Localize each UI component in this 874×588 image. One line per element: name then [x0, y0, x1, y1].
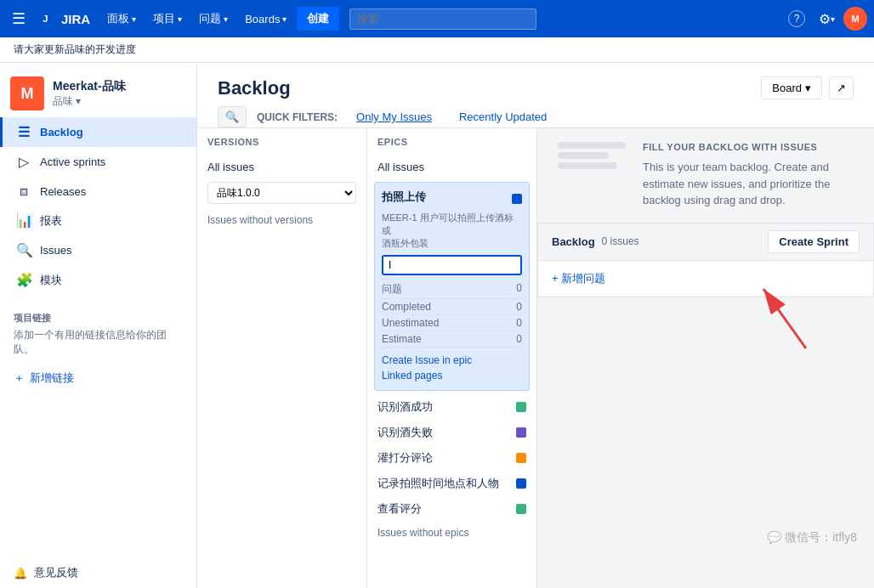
- epic-item-2[interactable]: 灌打分评论: [367, 445, 536, 471]
- sidebar-navigation: ☰ Backlog ▷ Active sprints ⧈ Releases 📊 …: [0, 117, 196, 295]
- feedback-icon: 🔔: [14, 567, 27, 580]
- create-sprint-button[interactable]: Create Sprint: [768, 230, 860, 253]
- help-button[interactable]: ?: [783, 0, 810, 37]
- backlog-section-header: Backlog 0 issues Create Sprint: [538, 223, 873, 261]
- epic-detail-panel: 拍照上传 MEER-1 用户可以拍照上传酒标或酒瓶外包装 问题 0 Comple…: [374, 182, 530, 391]
- project-links-title: 项目链接: [14, 312, 183, 325]
- issues-icon: 🔍: [16, 242, 31, 258]
- search-input[interactable]: [349, 8, 536, 30]
- fill-backlog-text: FILL YOUR BACKLOG WITH ISSUES This is yo…: [643, 142, 854, 209]
- sprint-icon: ▷: [16, 154, 31, 170]
- backlog-main-panel: FILL YOUR BACKLOG WITH ISSUES This is yo…: [537, 128, 874, 588]
- project-avatar: M: [10, 76, 44, 110]
- user-avatar[interactable]: M: [843, 7, 867, 31]
- sidebar: M Meerkat-品味 品味 ▾ ☰ Backlog ▷ Active spr…: [0, 63, 197, 588]
- nav-panel[interactable]: 面板 ▾: [100, 0, 143, 37]
- fill-line-1: [558, 142, 626, 149]
- menu-hamburger-icon[interactable]: ☰: [7, 9, 31, 28]
- fill-backlog-title: FILL YOUR BACKLOG WITH ISSUES: [643, 142, 854, 152]
- fill-backlog-description: This is your team backlog. Create and es…: [643, 159, 854, 209]
- epic-input-field[interactable]: [382, 255, 522, 275]
- versions-all-issues[interactable]: All issues: [197, 155, 366, 178]
- gear-icon: ⚙: [819, 11, 831, 27]
- epic-item-4[interactable]: 查看评分: [367, 496, 536, 522]
- announcement-bar: 请大家更新品味的开发进度: [0, 37, 874, 63]
- quick-filters-label: QUICK FILTERS:: [257, 111, 338, 123]
- epics-panel-header: EPICS: [367, 128, 536, 155]
- project-key[interactable]: 品味 ▾: [53, 94, 126, 109]
- epic-item-1[interactable]: 识别酒失败: [367, 420, 536, 445]
- nav-boards[interactable]: Boards ▾: [238, 0, 293, 37]
- chevron-down-icon: ▾: [282, 14, 287, 24]
- fill-line-3: [558, 162, 617, 169]
- epic-detail-description: MEER-1 用户可以拍照上传酒标或酒瓶外包装: [382, 212, 522, 250]
- sidebar-item-reports[interactable]: 📊 报表: [0, 206, 196, 235]
- help-icon: ?: [788, 10, 805, 27]
- backlog-section-title: Backlog 0 issues: [552, 235, 639, 248]
- chevron-down-icon: ▾: [805, 82, 811, 94]
- search-filter[interactable]: 🔍: [218, 106, 247, 127]
- top-navigation: ☰ J JIRA 面板 ▾ 项目 ▾ 问题 ▾ Boards ▾ 创建 ? ⚙ …: [0, 0, 874, 37]
- sidebar-project-links: 项目链接 添加一个有用的链接信息给你的团队。: [0, 305, 196, 364]
- chevron-down-icon: ▾: [831, 14, 835, 24]
- versions-panel: VERSIONS All issues 品味1.0.0 Issues witho…: [197, 128, 367, 588]
- sidebar-item-issues[interactable]: 🔍 Issues: [0, 235, 196, 265]
- sidebar-project-header: M Meerkat-品味 品味 ▾: [0, 63, 196, 117]
- reports-icon: 📊: [16, 212, 31, 229]
- add-link-button[interactable]: ＋ 新增链接: [0, 364, 196, 393]
- main-layout: M Meerkat-品味 品味 ▾ ☰ Backlog ▷ Active spr…: [0, 63, 874, 588]
- panels-area: VERSIONS All issues 品味1.0.0 Issues witho…: [197, 128, 874, 588]
- epic-color-indicator: [512, 194, 522, 204]
- backlog-header: Backlog Board ▾ ↗ 🔍 QUICK FILTERS: Only …: [197, 63, 874, 128]
- epic-stat-issues: 问题 0: [382, 280, 522, 299]
- releases-icon: ⧈: [16, 184, 31, 199]
- version-select[interactable]: 品味1.0.0: [207, 182, 356, 204]
- issues-without-epics[interactable]: Issues without epics: [367, 522, 536, 544]
- chevron-down-icon: ▾: [224, 14, 228, 24]
- nav-issues[interactable]: 问题 ▾: [192, 0, 235, 37]
- backlog-section: Backlog 0 issues Create Sprint + 新增问题: [537, 223, 874, 297]
- fill-backlog-visual: [558, 142, 626, 169]
- expand-button[interactable]: ↗: [829, 76, 854, 99]
- issues-without-versions[interactable]: Issues without versions: [197, 207, 366, 233]
- project-name: Meerkat-品味: [53, 79, 126, 94]
- svg-text:J: J: [43, 14, 48, 24]
- epics-all-issues[interactable]: All issues: [367, 155, 536, 178]
- epic-stat-completed: Completed 0: [382, 299, 522, 315]
- settings-button[interactable]: ⚙ ▾: [814, 0, 840, 37]
- sidebar-item-backlog[interactable]: ☰ Backlog: [0, 117, 196, 147]
- epic-color-1: [516, 427, 526, 438]
- epic-item-3[interactable]: 记录拍照时间地点和人物: [367, 471, 536, 496]
- epic-stat-unestimated: Unestimated 0: [382, 315, 522, 331]
- epic-color-2: [516, 453, 526, 463]
- epic-color-4: [516, 504, 526, 514]
- epic-detail-title: 拍照上传: [382, 189, 426, 205]
- epic-color-3: [516, 478, 526, 489]
- nav-right-actions: ? ⚙ ▾ M: [783, 0, 867, 37]
- filter-recently-updated[interactable]: Recently Updated: [451, 107, 555, 127]
- add-issue-row[interactable]: + 新增问题: [538, 261, 873, 297]
- jira-logo: J JIRA: [34, 11, 97, 26]
- filter-only-my-issues[interactable]: Only My Issues: [348, 107, 440, 127]
- issue-count: 0 issues: [602, 235, 639, 247]
- page-title: Backlog: [218, 77, 291, 99]
- fill-backlog-section: FILL YOUR BACKLOG WITH ISSUES This is yo…: [537, 128, 874, 223]
- create-issue-in-epic-link[interactable]: Create Issue in epic: [382, 353, 522, 368]
- create-button[interactable]: 创建: [297, 7, 339, 31]
- sidebar-item-releases[interactable]: ⧈ Releases: [0, 177, 196, 206]
- epic-color-0: [516, 402, 526, 412]
- project-links-desc: 添加一个有用的链接信息给你的团队。: [14, 328, 183, 357]
- filter-row: 🔍 QUICK FILTERS: Only My Issues Recently…: [218, 106, 854, 127]
- content-area: Backlog Board ▾ ↗ 🔍 QUICK FILTERS: Only …: [197, 63, 874, 588]
- board-button[interactable]: Board ▾: [761, 76, 822, 99]
- linked-pages-link[interactable]: Linked pages: [382, 368, 522, 383]
- sidebar-item-modules[interactable]: 🧩 模块: [0, 265, 196, 295]
- epic-item-0[interactable]: 识别酒成功: [367, 394, 536, 420]
- list-icon: ☰: [16, 124, 31, 140]
- nav-projects[interactable]: 项目 ▾: [146, 0, 189, 37]
- chevron-down-icon: ▾: [178, 14, 182, 24]
- feedback-button[interactable]: 🔔 意见反馈: [0, 558, 196, 588]
- epics-panel: EPICS All issues 拍照上传 MEER-1 用户可以拍照上传酒标或…: [367, 128, 537, 588]
- sidebar-item-active-sprints[interactable]: ▷ Active sprints: [0, 147, 196, 177]
- chevron-down-icon: ▾: [132, 14, 136, 24]
